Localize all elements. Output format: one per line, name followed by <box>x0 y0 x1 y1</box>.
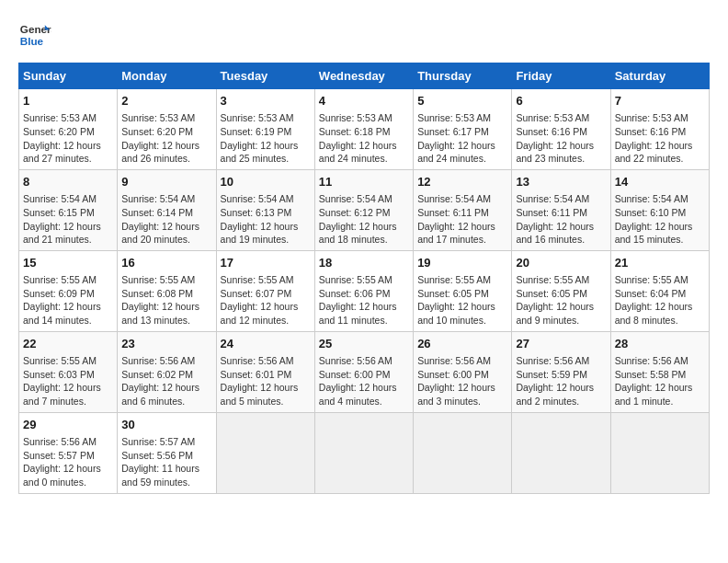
cell-text: Sunrise: 5:56 AM <box>221 354 311 368</box>
cell-text: Sunrise: 5:56 AM <box>516 354 606 368</box>
calendar-table: SundayMondayTuesdayWednesdayThursdayFrid… <box>18 63 710 494</box>
cell-text: Sunrise: 5:55 AM <box>23 273 113 287</box>
cell-text: Sunset: 6:20 PM <box>121 125 211 139</box>
cell-text: Daylight: 12 hours and 10 minutes. <box>417 300 507 327</box>
cell-text: Sunset: 6:10 PM <box>615 206 705 220</box>
cell-text: Sunrise: 5:55 AM <box>319 273 409 287</box>
calendar-cell: 14Sunrise: 5:54 AMSunset: 6:10 PMDayligh… <box>610 169 709 250</box>
day-number: 26 <box>417 336 507 352</box>
column-header-sunday: Sunday <box>19 63 118 89</box>
cell-text: Sunset: 6:18 PM <box>319 125 409 139</box>
calendar-cell: 8Sunrise: 5:54 AMSunset: 6:15 PMDaylight… <box>19 169 118 250</box>
day-number: 10 <box>221 174 311 190</box>
calendar-cell <box>414 412 512 493</box>
cell-text: Sunrise: 5:57 AM <box>121 435 211 449</box>
day-number: 27 <box>516 336 606 352</box>
calendar-cell: 23Sunrise: 5:56 AMSunset: 6:02 PMDayligh… <box>118 331 216 412</box>
day-number: 2 <box>121 93 211 109</box>
cell-text: Sunset: 5:58 PM <box>615 368 705 382</box>
calendar-cell <box>216 412 314 493</box>
day-number: 30 <box>121 417 211 433</box>
week-row-1: 8Sunrise: 5:54 AMSunset: 6:15 PMDaylight… <box>19 169 710 250</box>
cell-text: Sunset: 6:17 PM <box>417 125 507 139</box>
calendar-cell <box>314 412 413 493</box>
calendar-cell: 18Sunrise: 5:55 AMSunset: 6:06 PMDayligh… <box>314 250 413 331</box>
cell-text: Sunrise: 5:54 AM <box>516 192 606 206</box>
cell-text: Sunrise: 5:54 AM <box>121 192 211 206</box>
cell-text: Sunset: 6:00 PM <box>319 368 409 382</box>
cell-text: Sunset: 6:19 PM <box>221 125 311 139</box>
cell-text: Sunset: 6:16 PM <box>615 125 705 139</box>
cell-text: Sunset: 6:12 PM <box>319 206 409 220</box>
day-number: 29 <box>23 417 113 433</box>
day-number: 16 <box>121 255 211 271</box>
cell-text: Sunrise: 5:55 AM <box>516 273 606 287</box>
column-header-saturday: Saturday <box>610 63 709 89</box>
column-header-tuesday: Tuesday <box>216 63 314 89</box>
cell-text: Sunrise: 5:54 AM <box>319 192 409 206</box>
day-number: 6 <box>516 93 606 109</box>
calendar-cell: 9Sunrise: 5:54 AMSunset: 6:14 PMDaylight… <box>118 169 216 250</box>
day-number: 21 <box>615 255 705 271</box>
cell-text: Daylight: 12 hours and 12 minutes. <box>221 300 311 327</box>
calendar-cell: 3Sunrise: 5:53 AMSunset: 6:19 PMDaylight… <box>216 89 314 170</box>
calendar-cell: 6Sunrise: 5:53 AMSunset: 6:16 PMDaylight… <box>512 89 610 170</box>
calendar-cell: 5Sunrise: 5:53 AMSunset: 6:17 PMDaylight… <box>414 89 512 170</box>
cell-text: Daylight: 12 hours and 9 minutes. <box>516 300 606 327</box>
cell-text: Sunset: 6:11 PM <box>516 206 606 220</box>
calendar-cell: 12Sunrise: 5:54 AMSunset: 6:11 PMDayligh… <box>414 169 512 250</box>
calendar-cell: 7Sunrise: 5:53 AMSunset: 6:16 PMDaylight… <box>610 89 709 170</box>
cell-text: Daylight: 12 hours and 3 minutes. <box>417 381 507 408</box>
cell-text: Daylight: 12 hours and 19 minutes. <box>221 220 311 247</box>
calendar-cell: 4Sunrise: 5:53 AMSunset: 6:18 PMDaylight… <box>314 89 413 170</box>
cell-text: Daylight: 12 hours and 14 minutes. <box>23 300 113 327</box>
calendar-cell: 28Sunrise: 5:56 AMSunset: 5:58 PMDayligh… <box>610 331 709 412</box>
cell-text: Daylight: 12 hours and 22 minutes. <box>615 139 705 166</box>
cell-text: Daylight: 12 hours and 23 minutes. <box>516 139 606 166</box>
cell-text: Daylight: 12 hours and 25 minutes. <box>221 139 311 166</box>
day-number: 23 <box>121 336 211 352</box>
day-number: 25 <box>319 336 409 352</box>
cell-text: Daylight: 12 hours and 13 minutes. <box>121 300 211 327</box>
cell-text: Sunrise: 5:55 AM <box>417 273 507 287</box>
day-number: 14 <box>615 174 705 190</box>
calendar-cell: 20Sunrise: 5:55 AMSunset: 6:05 PMDayligh… <box>512 250 610 331</box>
calendar-cell: 10Sunrise: 5:54 AMSunset: 6:13 PMDayligh… <box>216 169 314 250</box>
cell-text: Daylight: 12 hours and 4 minutes. <box>319 381 409 408</box>
calendar-cell: 27Sunrise: 5:56 AMSunset: 5:59 PMDayligh… <box>512 331 610 412</box>
day-number: 20 <box>516 255 606 271</box>
cell-text: Sunrise: 5:53 AM <box>417 111 507 125</box>
cell-text: Sunset: 5:56 PM <box>121 449 211 463</box>
calendar-cell: 19Sunrise: 5:55 AMSunset: 6:05 PMDayligh… <box>414 250 512 331</box>
calendar-cell: 24Sunrise: 5:56 AMSunset: 6:01 PMDayligh… <box>216 331 314 412</box>
cell-text: Sunrise: 5:55 AM <box>221 273 311 287</box>
day-number: 13 <box>516 174 606 190</box>
cell-text: Sunset: 6:02 PM <box>121 368 211 382</box>
cell-text: Daylight: 11 hours and 59 minutes. <box>121 462 211 488</box>
cell-text: Sunrise: 5:56 AM <box>121 354 211 368</box>
calendar-cell: 26Sunrise: 5:56 AMSunset: 6:00 PMDayligh… <box>414 331 512 412</box>
day-number: 17 <box>221 255 311 271</box>
cell-text: Daylight: 12 hours and 2 minutes. <box>516 381 606 408</box>
cell-text: Sunrise: 5:54 AM <box>23 192 113 206</box>
cell-text: Daylight: 12 hours and 11 minutes. <box>319 300 409 327</box>
week-row-3: 22Sunrise: 5:55 AMSunset: 6:03 PMDayligh… <box>19 331 710 412</box>
cell-text: Sunrise: 5:54 AM <box>615 192 705 206</box>
cell-text: Sunset: 6:20 PM <box>23 125 113 139</box>
cell-text: Sunrise: 5:53 AM <box>121 111 211 125</box>
week-row-2: 15Sunrise: 5:55 AMSunset: 6:09 PMDayligh… <box>19 250 710 331</box>
cell-text: Daylight: 12 hours and 26 minutes. <box>121 139 211 166</box>
column-header-wednesday: Wednesday <box>314 63 413 89</box>
cell-text: Sunset: 6:06 PM <box>319 287 409 301</box>
calendar-cell: 2Sunrise: 5:53 AMSunset: 6:20 PMDaylight… <box>118 89 216 170</box>
calendar-cell <box>610 412 709 493</box>
day-number: 5 <box>417 93 507 109</box>
day-number: 19 <box>417 255 507 271</box>
cell-text: Sunrise: 5:54 AM <box>221 192 311 206</box>
cell-text: Sunset: 6:15 PM <box>23 206 113 220</box>
cell-text: Daylight: 12 hours and 15 minutes. <box>615 220 705 247</box>
day-number: 7 <box>615 93 705 109</box>
cell-text: Sunset: 6:13 PM <box>221 206 311 220</box>
day-number: 12 <box>417 174 507 190</box>
day-number: 9 <box>121 174 211 190</box>
